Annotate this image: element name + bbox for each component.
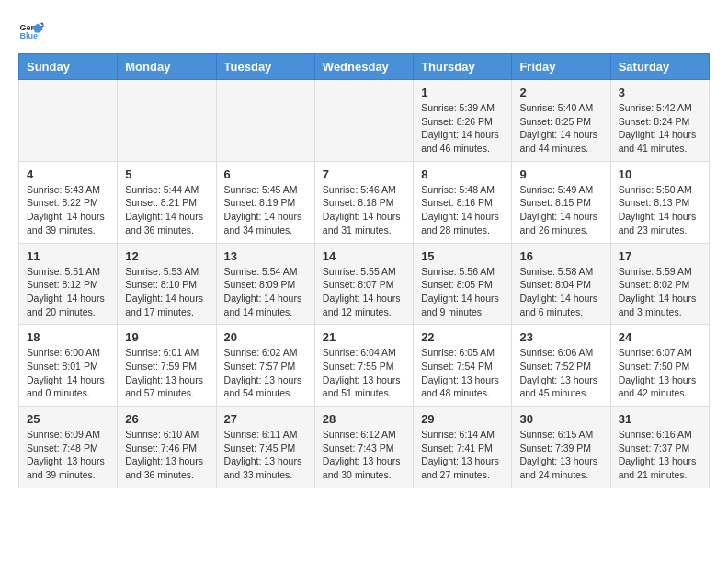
calendar-cell: 14Sunrise: 5:55 AM Sunset: 8:07 PM Dayli… [314,243,413,325]
day-number: 3 [619,86,701,99]
calendar-cell: 6Sunrise: 5:45 AM Sunset: 8:19 PM Daylig… [216,161,314,243]
calendar-table: Sunday Monday Tuesday Wednesday Thursday… [18,53,710,488]
day-info: Sunrise: 5:39 AM Sunset: 8:26 PM Dayligh… [421,101,504,155]
day-info: Sunrise: 5:40 AM Sunset: 8:25 PM Dayligh… [519,101,602,155]
logo-icon: General Blue [18,18,44,44]
day-number: 19 [125,330,208,344]
day-number: 26 [125,412,208,426]
header-friday: Friday [512,54,610,80]
day-info: Sunrise: 6:10 AM Sunset: 7:46 PM Dayligh… [125,428,208,482]
calendar-cell: 10Sunrise: 5:50 AM Sunset: 8:13 PM Dayli… [610,161,709,243]
day-info: Sunrise: 5:59 AM Sunset: 8:02 PM Dayligh… [619,265,701,319]
day-number: 11 [27,249,109,263]
day-info: Sunrise: 6:07 AM Sunset: 7:50 PM Dayligh… [619,346,701,400]
day-number: 5 [125,167,208,181]
day-info: Sunrise: 5:48 AM Sunset: 8:16 PM Dayligh… [421,183,504,237]
day-info: Sunrise: 5:54 AM Sunset: 8:09 PM Dayligh… [224,265,307,319]
calendar-cell: 18Sunrise: 6:00 AM Sunset: 8:01 PM Dayli… [19,325,118,407]
day-info: Sunrise: 5:49 AM Sunset: 8:15 PM Dayligh… [519,183,602,237]
day-number: 4 [27,167,109,181]
calendar-cell: 20Sunrise: 6:02 AM Sunset: 7:57 PM Dayli… [216,325,314,407]
calendar-cell: 3Sunrise: 5:42 AM Sunset: 8:24 PM Daylig… [610,80,709,162]
day-number: 10 [619,167,701,181]
day-number: 13 [224,249,307,263]
calendar-cell: 28Sunrise: 6:12 AM Sunset: 7:43 PM Dayli… [314,407,413,488]
calendar-cell [314,80,413,162]
calendar-cell: 15Sunrise: 5:56 AM Sunset: 8:05 PM Dayli… [414,243,512,325]
calendar-cell: 11Sunrise: 5:51 AM Sunset: 8:12 PM Dayli… [19,243,118,325]
day-info: Sunrise: 5:45 AM Sunset: 8:19 PM Dayligh… [224,183,307,237]
day-number: 2 [519,86,602,99]
day-info: Sunrise: 6:09 AM Sunset: 7:48 PM Dayligh… [27,428,109,482]
day-info: Sunrise: 6:04 AM Sunset: 7:55 PM Dayligh… [323,346,405,400]
calendar-cell: 21Sunrise: 6:04 AM Sunset: 7:55 PM Dayli… [314,325,413,407]
day-number: 7 [323,167,405,181]
day-info: Sunrise: 5:58 AM Sunset: 8:04 PM Dayligh… [519,265,602,319]
day-info: Sunrise: 6:06 AM Sunset: 7:52 PM Dayligh… [519,346,602,400]
day-number: 30 [519,412,602,426]
day-number: 28 [323,412,405,426]
calendar-cell: 25Sunrise: 6:09 AM Sunset: 7:48 PM Dayli… [19,407,118,488]
calendar-cell: 7Sunrise: 5:46 AM Sunset: 8:18 PM Daylig… [314,161,413,243]
day-number: 14 [323,249,405,263]
day-number: 29 [421,412,504,426]
calendar-cell: 8Sunrise: 5:48 AM Sunset: 8:16 PM Daylig… [414,161,512,243]
calendar-cell: 30Sunrise: 6:15 AM Sunset: 7:39 PM Dayli… [512,407,610,488]
day-number: 9 [519,167,602,181]
day-number: 12 [125,249,208,263]
day-info: Sunrise: 6:16 AM Sunset: 7:37 PM Dayligh… [619,428,701,482]
calendar-cell: 9Sunrise: 5:49 AM Sunset: 8:15 PM Daylig… [512,161,610,243]
logo: General Blue [18,18,48,44]
day-number: 17 [619,249,701,263]
day-info: Sunrise: 6:15 AM Sunset: 7:39 PM Dayligh… [519,428,602,482]
calendar-week-1: 1Sunrise: 5:39 AM Sunset: 8:26 PM Daylig… [19,80,710,162]
day-number: 27 [224,412,307,426]
header-tuesday: Tuesday [216,54,314,80]
header-monday: Monday [118,54,216,80]
page-header: General Blue [18,18,710,44]
calendar-cell: 1Sunrise: 5:39 AM Sunset: 8:26 PM Daylig… [414,80,512,162]
day-number: 25 [27,412,109,426]
day-number: 18 [27,330,109,344]
header-thursday: Thursday [414,54,512,80]
calendar-cell: 29Sunrise: 6:14 AM Sunset: 7:41 PM Dayli… [414,407,512,488]
day-info: Sunrise: 5:46 AM Sunset: 8:18 PM Dayligh… [323,183,405,237]
calendar-cell [19,80,118,162]
calendar-cell: 27Sunrise: 6:11 AM Sunset: 7:45 PM Dayli… [216,407,314,488]
calendar-cell: 24Sunrise: 6:07 AM Sunset: 7:50 PM Dayli… [610,325,709,407]
calendar-cell: 16Sunrise: 5:58 AM Sunset: 8:04 PM Dayli… [512,243,610,325]
day-number: 15 [421,249,504,263]
calendar-week-3: 11Sunrise: 5:51 AM Sunset: 8:12 PM Dayli… [19,243,710,325]
day-info: Sunrise: 6:02 AM Sunset: 7:57 PM Dayligh… [224,346,307,400]
calendar-week-5: 25Sunrise: 6:09 AM Sunset: 7:48 PM Dayli… [19,407,710,488]
day-number: 22 [421,330,504,344]
day-info: Sunrise: 6:14 AM Sunset: 7:41 PM Dayligh… [421,428,504,482]
calendar-week-2: 4Sunrise: 5:43 AM Sunset: 8:22 PM Daylig… [19,161,710,243]
calendar-header-row: Sunday Monday Tuesday Wednesday Thursday… [19,54,710,80]
day-number: 24 [619,330,701,344]
day-number: 21 [323,330,405,344]
day-info: Sunrise: 6:05 AM Sunset: 7:54 PM Dayligh… [421,346,504,400]
day-number: 20 [224,330,307,344]
day-number: 16 [519,249,602,263]
calendar-cell: 13Sunrise: 5:54 AM Sunset: 8:09 PM Dayli… [216,243,314,325]
day-info: Sunrise: 6:12 AM Sunset: 7:43 PM Dayligh… [323,428,405,482]
day-number: 8 [421,167,504,181]
calendar-cell: 17Sunrise: 5:59 AM Sunset: 8:02 PM Dayli… [610,243,709,325]
calendar-cell: 23Sunrise: 6:06 AM Sunset: 7:52 PM Dayli… [512,325,610,407]
calendar-cell: 26Sunrise: 6:10 AM Sunset: 7:46 PM Dayli… [118,407,216,488]
calendar-cell: 19Sunrise: 6:01 AM Sunset: 7:59 PM Dayli… [118,325,216,407]
day-info: Sunrise: 5:50 AM Sunset: 8:13 PM Dayligh… [619,183,701,237]
day-info: Sunrise: 5:44 AM Sunset: 8:21 PM Dayligh… [125,183,208,237]
calendar-cell: 22Sunrise: 6:05 AM Sunset: 7:54 PM Dayli… [414,325,512,407]
calendar-cell [118,80,216,162]
header-saturday: Saturday [610,54,709,80]
calendar-cell [216,80,314,162]
day-number: 6 [224,167,307,181]
day-number: 31 [619,412,701,426]
day-info: Sunrise: 5:53 AM Sunset: 8:10 PM Dayligh… [125,265,208,319]
calendar-week-4: 18Sunrise: 6:00 AM Sunset: 8:01 PM Dayli… [19,325,710,407]
day-info: Sunrise: 6:01 AM Sunset: 7:59 PM Dayligh… [125,346,208,400]
calendar-cell: 12Sunrise: 5:53 AM Sunset: 8:10 PM Dayli… [118,243,216,325]
day-number: 1 [421,86,504,99]
